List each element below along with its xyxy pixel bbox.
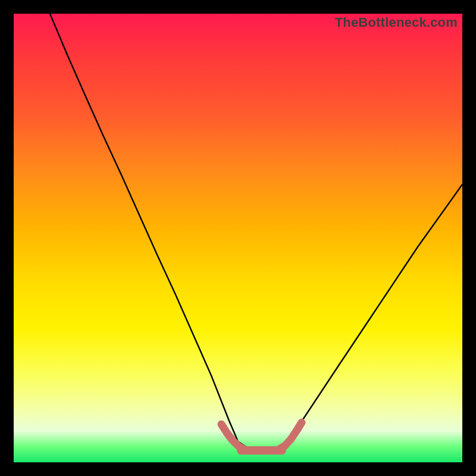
- chart-plot-area: TheBottleneck.com: [14, 14, 462, 462]
- trough-marker-flat: [237, 446, 286, 455]
- trough-marker-right-arm: [279, 422, 302, 449]
- chart-frame: TheBottleneck.com: [0, 0, 476, 476]
- chart-svg: [14, 14, 462, 462]
- bottleneck-curve: [50, 14, 462, 450]
